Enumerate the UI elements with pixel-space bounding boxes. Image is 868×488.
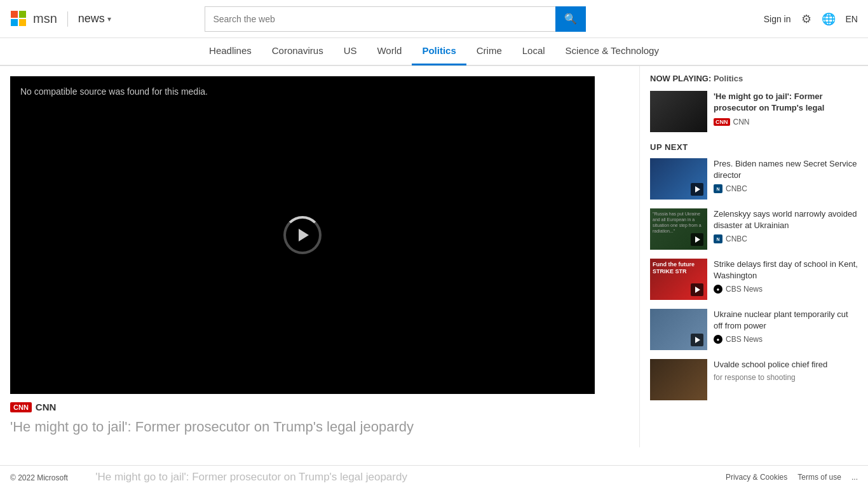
language-label: EN <box>846 14 858 24</box>
play-overlay-icon <box>691 183 703 196</box>
sidebar-item-uvalde[interactable]: Uvalde school police chief fired for res… <box>650 359 858 400</box>
nuclear-source: CBS News <box>726 335 763 344</box>
cbs-eye-logo-2: ● <box>714 335 722 344</box>
zelenskyy-source: CNBC <box>726 234 747 243</box>
globe-icon[interactable]: 🌐 <box>822 12 836 26</box>
header-divider <box>67 11 68 27</box>
cnbc-logo: N <box>714 184 722 193</box>
strike-title: Strike delays first day of school in Ken… <box>714 259 858 281</box>
video-section: No compatible source was found for this … <box>0 66 639 447</box>
play-overlay-icon-3 <box>691 283 703 296</box>
sidebar-item-strike[interactable]: Fund the future STRIKE STR Strike delays… <box>650 259 858 300</box>
cbs-eye-logo: ● <box>714 285 722 294</box>
biden-source-row: N CNBC <box>714 184 858 193</box>
cnbc-logo-2: N <box>714 234 722 243</box>
uvalde-title: Uvalde school police chief fired <box>714 359 827 370</box>
now-playing-source: CNN <box>733 118 750 126</box>
biden-thumbnail <box>650 158 707 200</box>
biden-source: CNBC <box>726 184 747 193</box>
strike-source-row: ● CBS News <box>714 285 858 294</box>
biden-info: Pres. Biden names new Secret Service dir… <box>714 158 858 200</box>
now-playing-label: NOW PLAYING: Politics <box>650 74 858 83</box>
chevron-down-icon: ▾ <box>107 15 111 24</box>
nav-item-coronavirus[interactable]: Coronavirus <box>262 37 334 65</box>
nav-item-world[interactable]: World <box>367 37 412 65</box>
cnn-logo-sm: CNN <box>714 118 730 126</box>
msn-logo[interactable]: msn <box>10 10 57 28</box>
article-title: 'He might go to jail': Former prosecutor… <box>10 417 629 437</box>
uvalde-info: Uvalde school police chief fired for res… <box>714 359 827 400</box>
msn-text: msn <box>33 11 57 26</box>
source-label: CNN CNN <box>10 402 629 412</box>
nav-item-headlines[interactable]: Headlines <box>199 37 262 65</box>
zelenskyy-info: Zelenskyy says world narrowly avoided di… <box>714 208 858 250</box>
search-input[interactable] <box>205 6 555 32</box>
nav-item-local[interactable]: Local <box>512 37 555 65</box>
search-button[interactable]: 🔍 <box>555 6 586 32</box>
now-playing-thumbnail <box>650 91 707 132</box>
sidebar: NOW PLAYING: Politics 'He might go to ja… <box>639 66 868 447</box>
source-name: CNN <box>36 402 57 412</box>
now-playing-source-row: CNN CNN <box>714 118 858 126</box>
news-label[interactable]: news ▾ <box>78 12 111 25</box>
sidebar-item-zelenskyy[interactable]: "Russia has put Ukraine and all European… <box>650 208 858 250</box>
now-playing-title: 'He might go to jail': Former prosecutor… <box>714 91 858 114</box>
search-icon: 🔍 <box>564 13 577 25</box>
play-overlay-icon-4 <box>691 334 703 346</box>
sign-in-button[interactable]: Sign in <box>764 14 791 24</box>
svg-rect-0 <box>11 11 18 18</box>
uvalde-subtitle: for response to shooting <box>714 373 827 382</box>
butterfly-icon <box>10 10 28 28</box>
play-icon <box>299 229 309 241</box>
nuclear-thumbnail <box>650 309 707 350</box>
zelenskyy-title: Zelenskyy says world narrowly avoided di… <box>714 208 858 231</box>
nuclear-source-row: ● CBS News <box>714 335 858 344</box>
play-icon-sm-4 <box>695 337 700 343</box>
play-overlay-icon-2 <box>691 233 703 246</box>
nuclear-info: Ukraine nuclear plant temporarily cut of… <box>714 309 858 350</box>
biden-title: Pres. Biden names new Secret Service dir… <box>714 158 858 181</box>
sidebar-item-nuclear[interactable]: Ukraine nuclear plant temporarily cut of… <box>650 309 858 350</box>
header-right: Sign in ⚙ 🌐 EN <box>764 12 858 26</box>
nav-item-us[interactable]: US <box>334 37 367 65</box>
gear-icon[interactable]: ⚙ <box>801 12 811 26</box>
video-player[interactable]: No compatible source was found for this … <box>10 76 595 394</box>
loading-spinner <box>283 216 322 254</box>
now-playing-card[interactable]: 'He might go to jail': Former prosecutor… <box>650 91 858 132</box>
svg-rect-3 <box>19 19 26 26</box>
uvalde-thumb-bg <box>650 359 707 400</box>
no-source-message: No compatible source was found for this … <box>20 86 208 97</box>
nuclear-title: Ukraine nuclear plant temporarily cut of… <box>714 309 858 332</box>
trump-image <box>650 91 707 132</box>
nav-item-crime[interactable]: Crime <box>466 37 512 65</box>
cnn-badge: CNN <box>10 402 32 412</box>
sidebar-item-biden[interactable]: Pres. Biden names new Secret Service dir… <box>650 158 858 200</box>
uvalde-thumbnail <box>650 359 707 400</box>
now-playing-info: 'He might go to jail': Former prosecutor… <box>714 91 858 132</box>
navbar: Headlines Coronavirus US World Politics … <box>0 38 868 66</box>
up-next-label: UP NEXT <box>650 142 858 152</box>
strike-thumbnail: Fund the future STRIKE STR <box>650 259 707 300</box>
play-icon-sm-3 <box>695 287 700 293</box>
search-area: 🔍 <box>205 6 586 32</box>
nav-item-science[interactable]: Science & Technology <box>555 37 669 65</box>
play-icon-sm <box>695 186 700 193</box>
strike-source: CBS News <box>726 285 763 294</box>
svg-rect-2 <box>11 19 18 26</box>
zelenskyy-source-row: N CNBC <box>714 234 858 243</box>
header: msn news ▾ 🔍 Sign in ⚙ 🌐 EN <box>0 0 868 38</box>
zelenskyy-thumbnail: "Russia has put Ukraine and all European… <box>650 208 707 250</box>
svg-rect-1 <box>19 11 26 18</box>
strike-info: Strike delays first day of school in Ken… <box>714 259 858 300</box>
nav-item-politics[interactable]: Politics <box>412 37 466 65</box>
play-icon-sm-2 <box>695 236 700 243</box>
main-content: No compatible source was found for this … <box>0 66 868 447</box>
